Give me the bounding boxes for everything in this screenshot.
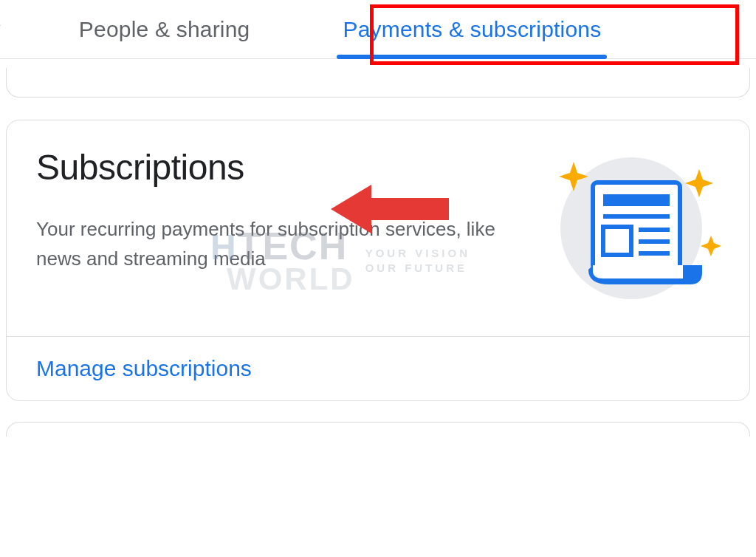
subscriptions-illustration	[535, 147, 727, 310]
tab-payments-subscriptions[interactable]: Payments & subscriptions	[322, 0, 622, 58]
previous-card-stub	[6, 68, 750, 98]
newspaper-sparkle-icon	[535, 147, 727, 310]
tab-payments-label: Payments & subscriptions	[343, 17, 601, 42]
card-action-row[interactable]: Manage subscriptions	[7, 336, 749, 400]
tabs-bar: rity People & sharing Payments & subscri…	[0, 0, 756, 59]
card-title: Subscriptions	[36, 147, 513, 188]
tab-security-partial[interactable]: rity	[0, 0, 21, 58]
tab-people-sharing[interactable]: People & sharing	[58, 0, 271, 58]
card-description: Your recurring payments for subscription…	[36, 214, 513, 274]
next-card-stub	[6, 422, 750, 437]
card-body: Subscriptions Your recurring payments fo…	[7, 120, 749, 336]
subscriptions-card: Subscriptions Your recurring payments fo…	[6, 120, 750, 401]
svg-rect-2	[603, 194, 670, 206]
card-text: Subscriptions Your recurring payments fo…	[36, 147, 535, 310]
manage-subscriptions-link[interactable]: Manage subscriptions	[36, 356, 252, 380]
active-tab-indicator	[337, 55, 607, 59]
